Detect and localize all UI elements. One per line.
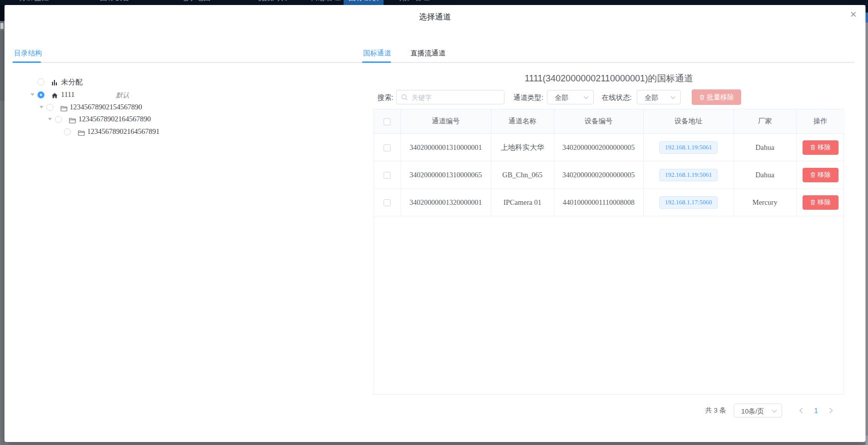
table-body: 34020000001310000001上地科实大华34020000002000… bbox=[374, 134, 845, 216]
page-size-select[interactable]: 10条/页 bbox=[734, 404, 782, 418]
remove-label: 移除 bbox=[818, 198, 831, 207]
row-checkbox[interactable] bbox=[384, 172, 391, 179]
remove-button[interactable]: 移除 bbox=[803, 168, 839, 182]
remove-button[interactable]: 移除 bbox=[803, 140, 839, 155]
trash-icon bbox=[699, 94, 705, 100]
row-checkbox[interactable] bbox=[384, 144, 391, 151]
select-all-checkbox[interactable] bbox=[384, 118, 391, 125]
column-header: 厂家 bbox=[734, 109, 796, 134]
tree-radio[interactable] bbox=[64, 128, 71, 135]
tree-node-label: 12345678902154567890 bbox=[70, 103, 142, 111]
channel-name-cell: GB_Chn_065 bbox=[491, 161, 554, 189]
batch-remove-label: 批量移除 bbox=[707, 93, 734, 102]
tree-radio[interactable] bbox=[37, 78, 44, 85]
caret-down-icon[interactable] bbox=[30, 93, 34, 96]
trash-icon bbox=[810, 172, 816, 178]
next-page-button[interactable] bbox=[826, 408, 836, 414]
background-navbar-fragment bbox=[866, 0, 868, 12]
vendor-cell: Dahua bbox=[734, 134, 796, 161]
column-header: 设备地址 bbox=[643, 109, 734, 134]
tree-radio[interactable] bbox=[37, 91, 44, 98]
caret-down-icon[interactable] bbox=[39, 106, 43, 108]
nav-item[interactable]: 分屏监控 bbox=[14, 0, 54, 5]
total-count: 共 3 条 bbox=[705, 406, 726, 415]
ip-address-tag: 192.168.1.19:5061 bbox=[659, 169, 717, 181]
channel-table: 通道编号通道名称设备编号设备地址厂家操作 3402000000131000000… bbox=[374, 109, 844, 395]
tree-node-label: 未分配 bbox=[61, 77, 83, 87]
device-address-cell: 192.168.1.19:5061 bbox=[643, 161, 734, 189]
tree-node-label: 12345678902164567890 bbox=[78, 115, 151, 123]
page-number-1[interactable]: 1 bbox=[806, 407, 826, 415]
screen: 分屏监控国标设备电子地图视频列表日志管理国标级联用户管理 选择通道 × 目录结构… bbox=[0, 0, 868, 445]
channel-id-cell: 34020000001320000001 bbox=[401, 189, 491, 216]
search-input[interactable]: 关键字 bbox=[396, 90, 504, 104]
search-label: 搜索: bbox=[378, 93, 394, 102]
unassigned-icon bbox=[51, 79, 58, 85]
tree-node[interactable]: 1111默认 bbox=[4, 89, 334, 101]
tree-node[interactable]: 12345678902154567890 bbox=[4, 101, 334, 113]
left-tab-active-bar bbox=[12, 61, 41, 63]
tree-radio[interactable] bbox=[46, 104, 53, 111]
top-navbar: 分屏监控国标设备电子地图视频列表日志管理国标级联用户管理 bbox=[0, 0, 868, 5]
device-address-cell: 192.168.1.19:5061 bbox=[643, 134, 734, 161]
folder-icon bbox=[69, 116, 75, 123]
column-header: 操作 bbox=[796, 109, 845, 134]
background-page-right-edge bbox=[866, 0, 868, 445]
background-blue-fragment bbox=[866, 12, 868, 22]
nav-item[interactable]: 日志管理 bbox=[306, 0, 346, 5]
device-id-cell: 34020000002000000005 bbox=[554, 134, 643, 161]
action-cell: 移除 bbox=[796, 189, 845, 216]
chevron-right-icon bbox=[829, 408, 833, 414]
channel-type-select[interactable]: 全部 bbox=[547, 90, 594, 104]
tree-node[interactable]: 12345678902164567890 bbox=[4, 113, 334, 125]
chevron-left-icon bbox=[799, 408, 803, 414]
device-address-cell: 192.168.1.17:5060 bbox=[643, 189, 734, 216]
tab-stream-channel[interactable]: 直播流通道 bbox=[411, 49, 445, 58]
online-status-select[interactable]: 全部 bbox=[637, 90, 681, 104]
tree-node-default-tag: 默认 bbox=[116, 91, 129, 100]
online-status-label: 在线状态: bbox=[602, 93, 632, 102]
tab-directory-structure[interactable]: 目录结构 bbox=[14, 49, 42, 58]
chevron-down-icon bbox=[772, 410, 777, 413]
channel-name-cell: 上地科实大华 bbox=[491, 134, 554, 161]
right-tab-active-bar bbox=[362, 61, 391, 63]
chevron-down-icon bbox=[583, 96, 589, 99]
ip-address-tag: 192.168.1.17:5060 bbox=[659, 196, 717, 209]
caret-down-icon[interactable] bbox=[48, 118, 52, 120]
background-band bbox=[0, 31, 4, 101]
nav-item[interactable]: 国标级联 bbox=[344, 0, 384, 5]
channel-type-label: 通道类型: bbox=[513, 93, 543, 102]
table-header-row: 通道编号通道名称设备编号设备地址厂家操作 bbox=[374, 109, 845, 134]
nav-item[interactable]: 视频列表 bbox=[252, 0, 292, 5]
search-icon bbox=[401, 94, 408, 101]
tree-node-label: 12345678902164567891 bbox=[87, 127, 160, 136]
row-checkbox[interactable] bbox=[384, 199, 391, 206]
tree-node[interactable]: 12345678902164567891 bbox=[4, 126, 334, 138]
nav-item[interactable]: 电子地图 bbox=[176, 0, 216, 5]
tree-node[interactable]: 未分配 bbox=[4, 76, 334, 88]
vendor-cell: Dahua bbox=[734, 161, 796, 189]
folder-icon bbox=[78, 129, 84, 135]
background-page-left-edge bbox=[0, 0, 4, 445]
action-cell: 移除 bbox=[796, 134, 845, 161]
trash-icon bbox=[810, 144, 816, 150]
tabs-divider bbox=[12, 62, 855, 63]
prev-page-button[interactable] bbox=[796, 408, 806, 414]
ip-address-tag: 192.168.1.19:5061 bbox=[659, 141, 717, 154]
tree-radio[interactable] bbox=[55, 116, 62, 123]
remove-button[interactable]: 移除 bbox=[803, 195, 839, 210]
nav-item[interactable]: 用户管理 bbox=[395, 0, 434, 5]
batch-remove-button[interactable]: 批量移除 bbox=[692, 89, 741, 105]
column-header: 设备编号 bbox=[554, 109, 643, 134]
table-row: 34020000001310000065GB_Chn_0653402000000… bbox=[374, 161, 845, 189]
nav-item[interactable]: 国标设备 bbox=[95, 0, 135, 5]
tab-gb-channel[interactable]: 国标通道 bbox=[363, 49, 391, 58]
close-icon[interactable]: × bbox=[850, 9, 857, 20]
home-icon bbox=[51, 92, 58, 98]
remove-label: 移除 bbox=[818, 143, 831, 152]
action-cell: 移除 bbox=[796, 161, 845, 189]
chevron-down-icon bbox=[670, 96, 676, 99]
online-status-value: 全部 bbox=[645, 93, 658, 102]
pagination: 共 3 条 10条/页 1 bbox=[374, 403, 840, 419]
channel-list-heading: 1111(34020000002110000001)的国标通道 bbox=[374, 72, 844, 84]
